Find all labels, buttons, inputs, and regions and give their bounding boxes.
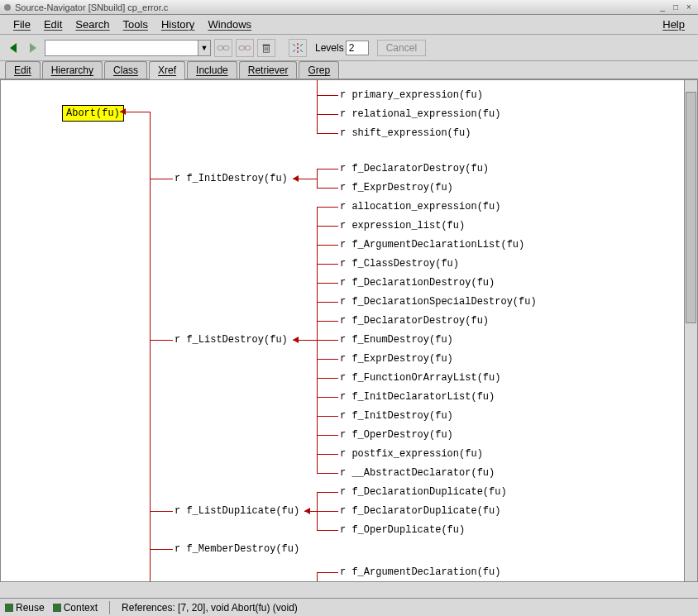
tab-grep[interactable]: Grep <box>299 61 339 79</box>
symbol-input[interactable] <box>45 40 198 56</box>
xref-leaf[interactable]: r f_DeclaratorDestroy(fu) <box>338 162 490 175</box>
xref-mid[interactable]: r f_MemberDestroy(fu) <box>173 542 301 556</box>
menu-history[interactable]: History <box>155 17 201 32</box>
xref-leaf[interactable]: r f_DeclarationDestroy(fu) <box>338 276 496 289</box>
svg-point-3 <box>218 45 223 50</box>
minimize-icon[interactable]: _ <box>657 2 668 12</box>
reuse-toggle[interactable]: Reuse <box>5 602 45 614</box>
xref-panel: Abort(fu)r primary_expression(fu)r relat… <box>0 79 698 593</box>
tab-xref[interactable]: Xref <box>149 61 185 79</box>
checkbox-icon <box>53 604 61 612</box>
xref-leaf[interactable]: r primary_expression(fu) <box>338 88 485 102</box>
svg-line-17 <box>300 50 303 52</box>
xref-leaf[interactable]: r f_InitDeclaratorList(fu) <box>338 390 496 404</box>
delete-icon[interactable] <box>257 39 275 57</box>
close-icon[interactable]: × <box>683 2 695 12</box>
tab-bar: Edit Hierarchy Class Xref Include Retrie… <box>0 61 698 79</box>
toolbar: ▼ Levels Cancel <box>0 35 698 61</box>
cancel-button[interactable]: Cancel <box>377 40 426 56</box>
tab-edit[interactable]: Edit <box>5 61 41 79</box>
tab-include[interactable]: Include <box>187 61 237 79</box>
levels-label: Levels <box>315 42 344 54</box>
svg-line-16 <box>293 50 295 52</box>
xref-leaf[interactable]: r shift_expression(fu) <box>338 127 472 140</box>
xref-root[interactable]: Abort(fu) <box>62 105 124 122</box>
xref-leaf[interactable]: r f_EnumDestroy(fu) <box>338 333 455 346</box>
vertical-scrollbar[interactable] <box>684 80 697 592</box>
statusbar: Reuse Context References: [7, 20], void … <box>0 598 698 616</box>
menu-windows[interactable]: Windows <box>201 17 258 32</box>
svg-point-6 <box>239 45 245 50</box>
menubar: File Edit Search Tools History Windows H… <box>0 15 698 35</box>
nav-forward-icon[interactable] <box>25 39 41 57</box>
tab-class[interactable]: Class <box>104 61 147 79</box>
tab-retriever[interactable]: Retriever <box>239 61 298 79</box>
xref-leaf[interactable]: r allocation_expression(fu) <box>338 200 502 213</box>
xref-leaf[interactable]: r f_ClassDestroy(fu) <box>338 257 461 270</box>
xref-leaf[interactable]: r f_ArgumentDeclarationList(fu) <box>338 238 526 251</box>
menu-help[interactable]: Help <box>656 17 691 32</box>
nav-back-icon[interactable] <box>5 39 22 57</box>
scrollbar-thumb[interactable] <box>686 92 696 323</box>
tab-hierarchy[interactable]: Hierarchy <box>42 61 103 79</box>
xref-leaf[interactable]: r f_FunctionOrArrayList(fu) <box>338 371 502 384</box>
reuse-label: Reuse <box>16 602 45 614</box>
xref-leaf[interactable]: r postfix_expression(fu) <box>338 447 485 461</box>
xref-leaf[interactable]: r f_DeclarationDuplicate(fu) <box>338 485 509 499</box>
svg-point-0 <box>4 4 11 11</box>
xref-leaf[interactable]: r f_DeclarationSpecialDestroy(fu) <box>338 295 538 308</box>
horizontal-scrollbar[interactable] <box>0 581 698 593</box>
xref-mid[interactable]: r f_InitDestroy(fu) <box>173 172 289 185</box>
xref-leaf[interactable]: r f_OperDestroy(fu) <box>338 428 455 442</box>
menu-file[interactable]: File <box>7 17 37 32</box>
svg-line-15 <box>300 44 303 46</box>
xref-leaf[interactable]: r f_InitDestroy(fu) <box>338 409 455 423</box>
svg-rect-10 <box>263 44 270 45</box>
levels-input[interactable] <box>346 41 369 55</box>
xref-leaf[interactable]: r f_OperDuplicate(fu) <box>338 523 466 537</box>
svg-line-14 <box>293 44 295 46</box>
window-titlebar: Source-Navigator [SNbuild] cp_error.c _ … <box>0 0 698 15</box>
context-toggle[interactable]: Context <box>53 602 98 614</box>
xref-leaf[interactable]: r f_DeclaratorDuplicate(fu) <box>338 504 502 518</box>
symbol-combo: ▼ <box>45 40 211 56</box>
status-text: References: [7, 20], void Abort(fu) (voi… <box>122 602 298 614</box>
menu-tools[interactable]: Tools <box>117 17 155 32</box>
context-label: Context <box>64 602 98 614</box>
combo-dropdown-icon[interactable]: ▼ <box>198 40 211 56</box>
filter-icon[interactable] <box>289 39 307 57</box>
xref-leaf[interactable]: r relational_expression(fu) <box>338 107 502 121</box>
menu-search[interactable]: Search <box>69 17 116 32</box>
svg-marker-1 <box>10 43 17 53</box>
maximize-icon[interactable]: □ <box>670 2 681 12</box>
referred-by-icon[interactable] <box>236 39 254 57</box>
xref-canvas[interactable]: Abort(fu)r primary_expression(fu)r relat… <box>1 80 684 592</box>
svg-point-7 <box>245 45 251 50</box>
xref-mid[interactable]: r f_ListDestroy(fu) <box>173 333 289 346</box>
xref-leaf[interactable]: r f_ArgumentDeclaration(fu) <box>338 566 502 579</box>
xref-leaf[interactable]: r f_ExprDestroy(fu) <box>338 352 455 365</box>
menu-edit[interactable]: Edit <box>37 17 69 32</box>
refers-to-icon[interactable] <box>214 39 232 57</box>
window-title: Source-Navigator [SNbuild] cp_error.c <box>15 2 168 12</box>
checkbox-icon <box>5 604 13 612</box>
xref-leaf[interactable]: r f_ExprDestroy(fu) <box>338 181 455 194</box>
app-icon <box>3 3 12 12</box>
svg-marker-2 <box>30 43 36 53</box>
xref-leaf[interactable]: r f_DeclaratorDestroy(fu) <box>338 314 490 327</box>
svg-point-20 <box>297 47 299 49</box>
xref-leaf[interactable]: r __AbstractDeclarator(fu) <box>338 466 496 480</box>
xref-mid[interactable]: r f_ListDuplicate(fu) <box>173 504 301 518</box>
xref-leaf[interactable]: r expression_list(fu) <box>338 219 466 232</box>
svg-point-4 <box>223 45 229 50</box>
